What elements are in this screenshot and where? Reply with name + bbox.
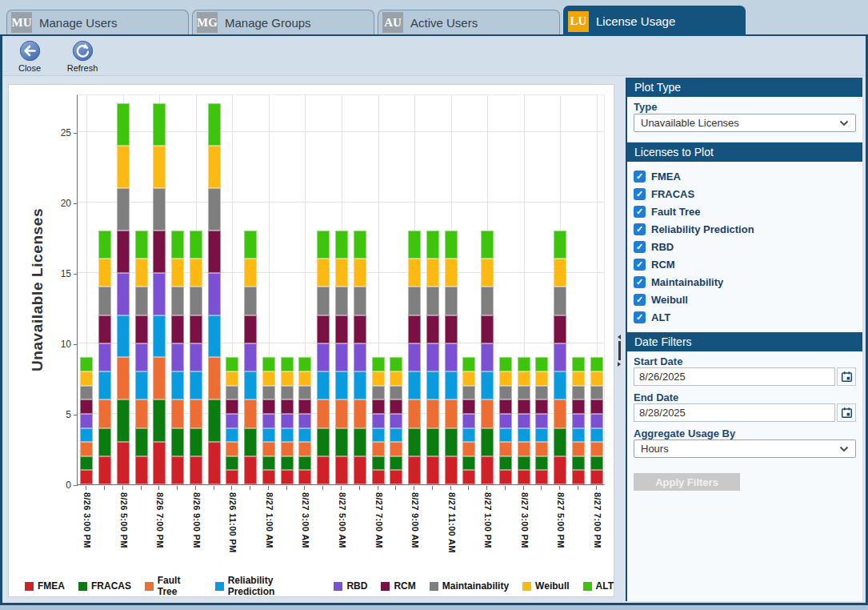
x-tick-mark [395,486,396,490]
start-date-input[interactable] [634,367,835,386]
license-checkbox-fracas[interactable]: ✓FRACAS [634,185,694,203]
apply-filters-button[interactable]: Apply Filters [634,473,740,491]
license-usage-badge: LU [568,11,589,32]
bar-segment-fracas [426,428,439,456]
active-users-badge: AU [382,12,403,33]
bar-segment-fracas [354,428,366,456]
bar-segment-reliability-prediction [226,428,238,443]
bar-segment-maintainability [262,386,275,400]
bar-segment-fmea [354,456,366,484]
bar-segment-maintainability [518,386,530,400]
bar-segment-fracas [535,456,548,471]
end-date-calendar-button[interactable] [837,403,856,422]
bar-segment-weibull [426,259,439,287]
refresh-icon [72,40,94,62]
bar-segment-fmea [117,442,130,484]
license-checkbox-weibull[interactable]: ✓Weibull [634,291,688,308]
bar-segment-rcm [445,315,458,343]
bar-segment-fracas [408,428,421,456]
plot-type-select[interactable]: Unavailable Licenses [634,114,856,132]
license-checkbox-rcm[interactable]: ✓RCM [634,255,675,273]
legend-swatch [215,582,224,591]
bar-segment-fracas [390,456,402,471]
license-checkbox-rbd[interactable]: ✓RBD [634,238,674,255]
calendar-icon [841,407,853,419]
bar-segment-fracas [499,456,512,471]
tab-active-users[interactable]: AU Active Users [378,10,560,34]
bar-segment-maintainability [190,287,202,315]
bar-segment-maintainability [117,188,130,231]
bar-segment-fracas [80,456,93,471]
bar-segment-fault-tree [590,442,603,456]
x-tick-mark [486,486,487,490]
x-tick-mark [523,486,524,490]
bar-segment-fracas [481,428,494,456]
bar-segment-alt [135,231,148,259]
chevron-down-icon [839,120,849,126]
bar-segment-rcm [535,399,548,414]
x-tick-label: 8/27 5:00 AM [334,492,347,579]
checkbox-checked-icon: ✓ [634,311,646,323]
bar-segment-rcm [298,399,311,414]
bar-segment-fault-tree [445,399,458,427]
bar-segment-fmea [335,456,348,484]
bar-segment-fracas [335,428,348,456]
bar-segment-weibull [335,259,348,287]
end-date-input[interactable] [634,403,835,422]
bar-segment-reliability-prediction [135,371,148,399]
tab-label: Manage Users [39,16,118,30]
chart-legend: FMEAFRACASFault TreeReliability Predicti… [25,575,614,597]
bar-segment-fault-tree [372,442,385,456]
bar-segment-rbd [426,343,439,371]
y-tick-label: 20 [38,198,71,209]
tab-license-usage[interactable]: LU License Usage [563,6,746,36]
x-tick-mark [268,486,269,490]
bar-segment-rcm [354,315,366,343]
bar-segment-rbd [445,343,458,371]
bar-segment-maintainability [499,386,512,400]
license-checkbox-label: FMEA [651,171,681,183]
panel-splitter[interactable] [614,332,624,369]
bar-segment-alt [499,357,512,371]
bar-segment-fault-tree [426,399,439,427]
x-tick-mark [304,486,305,490]
bar-segment-rcm [190,315,202,343]
bar-segment-fmea [554,456,566,484]
aggregate-usage-select[interactable]: Hours [634,439,856,458]
bar-segment-maintainability [372,386,385,400]
bar-segment-weibull [372,371,385,386]
bar-segment-weibull [572,371,585,386]
license-checkbox-maintainability[interactable]: ✓Maintainability [634,273,723,291]
x-tick-mark [414,486,414,490]
license-checkbox-fault-tree[interactable]: ✓Fault Tree [634,203,700,220]
bar-segment-reliability-prediction [262,428,275,443]
bar-segment-rcm [244,315,257,343]
bar-segment-fault-tree [190,399,202,427]
bar-segment-alt [208,103,221,146]
license-checkbox-alt[interactable]: ✓ALT [634,308,670,326]
start-date-calendar-button[interactable] [837,367,856,386]
bar-segment-alt [372,357,385,371]
close-button[interactable]: Close [10,40,49,73]
bar-segment-rbd [354,343,366,371]
bar-segment-fault-tree [499,442,512,456]
bar-segment-fault-tree [518,442,530,456]
legend-item: ALT [583,580,614,592]
legend-item: FRACAS [78,580,131,592]
bar-segment-rbd [135,343,148,371]
x-tick-mark [578,486,578,490]
bar-segment-rcm [462,399,475,414]
bar-segment-rcm [335,315,348,343]
legend-label: FRACAS [91,580,131,592]
bar-segment-fmea [462,470,475,484]
bar-segment-maintainability [408,287,421,315]
tab-manage-users[interactable]: MU Manage Users [6,10,189,34]
bar-segment-reliability-prediction [408,371,421,399]
start-date-field [634,367,856,386]
refresh-button[interactable]: Refresh [58,40,106,73]
bar-segment-rcm [590,399,603,414]
tab-manage-groups[interactable]: MG Manage Groups [192,10,374,34]
license-checkbox-reliability-prediction[interactable]: ✓Reliability Prediction [634,220,754,238]
license-checkbox-fmea[interactable]: ✓FMEA [634,167,681,185]
bar-segment-rbd [518,414,530,428]
